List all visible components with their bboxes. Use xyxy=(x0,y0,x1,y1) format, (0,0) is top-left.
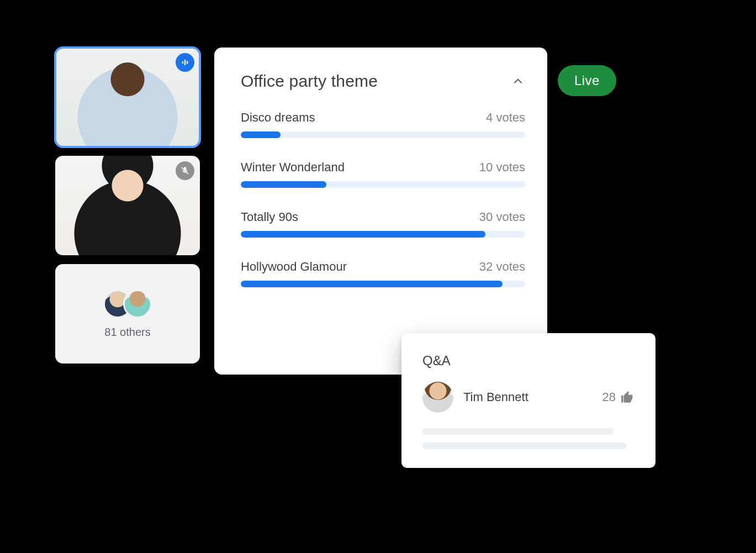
poll-option-label: Totally 90s xyxy=(241,210,298,224)
qa-upvote-count: 28 xyxy=(602,390,616,404)
poll-bar-fill xyxy=(241,181,326,188)
qa-title: Q&A xyxy=(422,353,635,368)
thumbs-up-icon xyxy=(620,390,635,404)
speaking-indicator-icon xyxy=(176,53,194,72)
svg-rect-2 xyxy=(187,61,188,64)
poll-option[interactable]: Hollywood Glamour 32 votes xyxy=(241,260,525,287)
svg-rect-1 xyxy=(184,60,186,66)
poll-bar-fill xyxy=(241,131,281,138)
poll-card: Office party theme Disco dreams 4 votes … xyxy=(214,48,547,375)
poll-bar-fill xyxy=(241,231,485,238)
poll-bar-track xyxy=(241,131,525,138)
participant-tile[interactable] xyxy=(55,156,200,255)
poll-option-votes: 30 votes xyxy=(479,210,525,224)
avatar-stack xyxy=(103,289,152,318)
poll-option-label: Hollywood Glamour xyxy=(241,260,347,274)
avatar xyxy=(422,382,453,413)
poll-bar-track xyxy=(241,231,525,238)
avatar xyxy=(123,289,152,318)
others-count-label: 81 others xyxy=(104,326,150,339)
qa-text-placeholder xyxy=(422,428,614,435)
poll-option-label: Winter Wonderland xyxy=(241,160,345,175)
qa-card: Q&A Tim Bennett 28 xyxy=(401,333,655,468)
mic-muted-icon xyxy=(176,161,194,180)
qa-author: Tim Bennett xyxy=(463,390,593,404)
poll-bar-track xyxy=(241,281,525,287)
poll-option[interactable]: Totally 90s 30 votes xyxy=(241,210,525,238)
poll-bar-fill xyxy=(241,281,503,287)
others-tile[interactable]: 81 others xyxy=(55,264,200,364)
poll-option-votes: 32 votes xyxy=(479,260,525,274)
poll-option[interactable]: Winter Wonderland 10 votes xyxy=(241,160,525,188)
svg-rect-0 xyxy=(182,61,183,64)
poll-option-votes: 10 votes xyxy=(479,160,525,175)
qa-entry[interactable]: Tim Bennett 28 xyxy=(422,382,635,413)
participant-tile[interactable] xyxy=(55,48,200,147)
live-badge: Live xyxy=(558,65,616,96)
chevron-up-icon[interactable] xyxy=(511,74,525,88)
poll-bar-track xyxy=(241,181,525,188)
participant-tiles: 81 others xyxy=(55,48,200,364)
poll-title: Office party theme xyxy=(241,72,378,91)
poll-option[interactable]: Disco dreams 4 votes xyxy=(241,110,525,138)
qa-upvotes[interactable]: 28 xyxy=(602,390,635,404)
poll-option-votes: 4 votes xyxy=(486,110,525,125)
poll-option-label: Disco dreams xyxy=(241,110,315,125)
qa-text-placeholder xyxy=(422,443,626,449)
